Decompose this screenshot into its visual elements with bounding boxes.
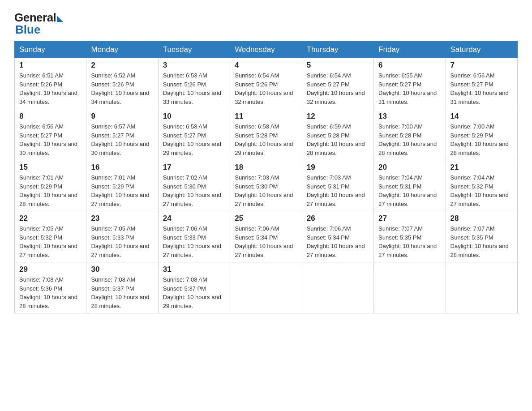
day-info: Sunrise: 7:06 AMSunset: 5:34 PMDaylight:…	[235, 224, 297, 259]
calendar-cell: 27Sunrise: 7:07 AMSunset: 5:35 PMDayligh…	[374, 211, 446, 262]
day-info: Sunrise: 7:08 AMSunset: 5:37 PMDaylight:…	[163, 275, 225, 310]
day-info: Sunrise: 7:00 AMSunset: 5:28 PMDaylight:…	[378, 122, 441, 157]
day-info: Sunrise: 7:01 AMSunset: 5:29 PMDaylight:…	[19, 173, 82, 208]
day-info: Sunrise: 7:07 AMSunset: 5:35 PMDaylight:…	[450, 224, 513, 259]
calendar-cell: 24Sunrise: 7:06 AMSunset: 5:33 PMDayligh…	[158, 211, 230, 262]
week-row-5: 29Sunrise: 7:08 AMSunset: 5:36 PMDayligh…	[15, 262, 518, 313]
day-number: 31	[163, 265, 225, 274]
weekday-header-thursday: Thursday	[302, 42, 373, 58]
calendar-cell: 29Sunrise: 7:08 AMSunset: 5:36 PMDayligh…	[15, 262, 86, 313]
calendar-cell: 13Sunrise: 7:00 AMSunset: 5:28 PMDayligh…	[374, 109, 446, 160]
calendar-cell: 18Sunrise: 7:03 AMSunset: 5:30 PMDayligh…	[230, 160, 302, 211]
calendar-cell: 17Sunrise: 7:02 AMSunset: 5:30 PMDayligh…	[158, 160, 230, 211]
calendar-cell: 10Sunrise: 6:58 AMSunset: 5:27 PMDayligh…	[158, 109, 230, 160]
logo-triangle-icon	[57, 16, 63, 22]
day-info: Sunrise: 7:05 AMSunset: 5:32 PMDaylight:…	[19, 224, 82, 259]
day-info: Sunrise: 7:01 AMSunset: 5:29 PMDaylight:…	[91, 173, 153, 208]
day-number: 24	[163, 214, 225, 223]
calendar-cell: 15Sunrise: 7:01 AMSunset: 5:29 PMDayligh…	[15, 160, 86, 211]
day-number: 28	[450, 214, 513, 223]
day-info: Sunrise: 7:00 AMSunset: 5:29 PMDaylight:…	[450, 122, 513, 157]
day-info: Sunrise: 6:59 AMSunset: 5:28 PMDaylight:…	[307, 122, 369, 157]
calendar-cell: 20Sunrise: 7:04 AMSunset: 5:31 PMDayligh…	[374, 160, 446, 211]
day-number: 11	[235, 112, 297, 121]
calendar-table: SundayMondayTuesdayWednesdayThursdayFrid…	[14, 41, 518, 313]
calendar-cell: 2Sunrise: 6:52 AMSunset: 5:26 PMDaylight…	[86, 58, 158, 109]
day-number: 4	[235, 61, 297, 70]
calendar-cell: 16Sunrise: 7:01 AMSunset: 5:29 PMDayligh…	[86, 160, 158, 211]
calendar-cell	[302, 262, 373, 313]
weekday-header-friday: Friday	[374, 42, 446, 58]
day-number: 9	[91, 112, 153, 121]
calendar-cell: 12Sunrise: 6:59 AMSunset: 5:28 PMDayligh…	[302, 109, 373, 160]
day-info: Sunrise: 7:08 AMSunset: 5:37 PMDaylight:…	[91, 275, 153, 310]
calendar-cell: 11Sunrise: 6:58 AMSunset: 5:28 PMDayligh…	[230, 109, 302, 160]
day-info: Sunrise: 6:58 AMSunset: 5:28 PMDaylight:…	[235, 122, 297, 157]
day-number: 17	[163, 163, 225, 172]
calendar-cell: 22Sunrise: 7:05 AMSunset: 5:32 PMDayligh…	[15, 211, 86, 262]
day-info: Sunrise: 6:53 AMSunset: 5:26 PMDaylight:…	[163, 71, 225, 106]
calendar-cell: 23Sunrise: 7:05 AMSunset: 5:33 PMDayligh…	[86, 211, 158, 262]
logo-blue-text: Blue	[14, 23, 40, 37]
day-number: 22	[19, 214, 82, 223]
calendar-cell: 8Sunrise: 6:56 AMSunset: 5:27 PMDaylight…	[15, 109, 86, 160]
day-number: 15	[19, 163, 82, 172]
day-number: 25	[235, 214, 297, 223]
day-info: Sunrise: 7:06 AMSunset: 5:34 PMDaylight:…	[307, 224, 369, 259]
day-info: Sunrise: 7:04 AMSunset: 5:31 PMDaylight:…	[378, 173, 441, 208]
day-info: Sunrise: 6:54 AMSunset: 5:27 PMDaylight:…	[307, 71, 369, 106]
day-info: Sunrise: 6:58 AMSunset: 5:27 PMDaylight:…	[163, 122, 225, 157]
day-number: 13	[378, 112, 441, 121]
day-number: 12	[307, 112, 369, 121]
day-info: Sunrise: 7:02 AMSunset: 5:30 PMDaylight:…	[163, 173, 225, 208]
week-row-1: 1Sunrise: 6:51 AMSunset: 5:26 PMDaylight…	[15, 58, 518, 109]
calendar-cell: 26Sunrise: 7:06 AMSunset: 5:34 PMDayligh…	[302, 211, 373, 262]
calendar-cell: 19Sunrise: 7:03 AMSunset: 5:31 PMDayligh…	[302, 160, 373, 211]
calendar-cell	[374, 262, 446, 313]
day-number: 20	[378, 163, 441, 172]
calendar-cell: 25Sunrise: 7:06 AMSunset: 5:34 PMDayligh…	[230, 211, 302, 262]
day-info: Sunrise: 6:57 AMSunset: 5:27 PMDaylight:…	[91, 122, 153, 157]
day-info: Sunrise: 6:56 AMSunset: 5:27 PMDaylight:…	[19, 122, 82, 157]
day-number: 7	[450, 61, 513, 70]
day-number: 18	[235, 163, 297, 172]
calendar-cell: 30Sunrise: 7:08 AMSunset: 5:37 PMDayligh…	[86, 262, 158, 313]
logo: General Blue	[14, 11, 63, 37]
weekday-header-saturday: Saturday	[446, 42, 517, 58]
day-info: Sunrise: 6:56 AMSunset: 5:27 PMDaylight:…	[450, 71, 513, 106]
day-info: Sunrise: 6:51 AMSunset: 5:26 PMDaylight:…	[19, 71, 82, 106]
day-number: 3	[163, 61, 225, 70]
day-number: 8	[19, 112, 82, 121]
day-info: Sunrise: 6:52 AMSunset: 5:26 PMDaylight:…	[91, 71, 153, 106]
calendar-cell: 1Sunrise: 6:51 AMSunset: 5:26 PMDaylight…	[15, 58, 86, 109]
day-number: 6	[378, 61, 441, 70]
day-number: 19	[307, 163, 369, 172]
week-row-4: 22Sunrise: 7:05 AMSunset: 5:32 PMDayligh…	[15, 211, 518, 262]
weekday-header-tuesday: Tuesday	[158, 42, 230, 58]
day-info: Sunrise: 6:55 AMSunset: 5:27 PMDaylight:…	[378, 71, 441, 106]
weekday-header-wednesday: Wednesday	[230, 42, 302, 58]
calendar-cell: 6Sunrise: 6:55 AMSunset: 5:27 PMDaylight…	[374, 58, 446, 109]
weekday-header-sunday: Sunday	[15, 42, 86, 58]
day-number: 30	[91, 265, 153, 274]
week-row-3: 15Sunrise: 7:01 AMSunset: 5:29 PMDayligh…	[15, 160, 518, 211]
day-number: 21	[450, 163, 513, 172]
day-info: Sunrise: 7:08 AMSunset: 5:36 PMDaylight:…	[19, 275, 82, 310]
day-number: 1	[19, 61, 82, 70]
day-info: Sunrise: 7:05 AMSunset: 5:33 PMDaylight:…	[91, 224, 153, 259]
day-number: 29	[19, 265, 82, 274]
calendar-cell	[446, 262, 517, 313]
weekday-header-monday: Monday	[86, 42, 158, 58]
day-info: Sunrise: 7:04 AMSunset: 5:32 PMDaylight:…	[450, 173, 513, 208]
day-info: Sunrise: 6:54 AMSunset: 5:26 PMDaylight:…	[235, 71, 297, 106]
weekday-header-row: SundayMondayTuesdayWednesdayThursdayFrid…	[15, 42, 518, 58]
day-info: Sunrise: 7:03 AMSunset: 5:31 PMDaylight:…	[307, 173, 369, 208]
calendar-cell: 28Sunrise: 7:07 AMSunset: 5:35 PMDayligh…	[446, 211, 517, 262]
day-number: 10	[163, 112, 225, 121]
calendar-cell: 7Sunrise: 6:56 AMSunset: 5:27 PMDaylight…	[446, 58, 517, 109]
day-number: 14	[450, 112, 513, 121]
day-number: 23	[91, 214, 153, 223]
calendar-cell: 14Sunrise: 7:00 AMSunset: 5:29 PMDayligh…	[446, 109, 517, 160]
calendar-cell: 9Sunrise: 6:57 AMSunset: 5:27 PMDaylight…	[86, 109, 158, 160]
day-info: Sunrise: 7:03 AMSunset: 5:30 PMDaylight:…	[235, 173, 297, 208]
